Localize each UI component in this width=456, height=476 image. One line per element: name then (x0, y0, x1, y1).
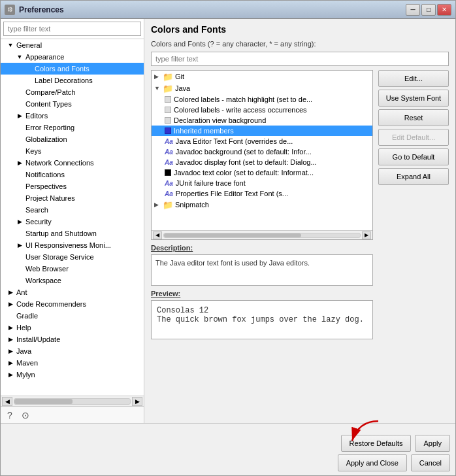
filter-input[interactable] (3, 22, 141, 36)
tree-label-label-deco: Label Decorations (33, 76, 93, 84)
reset-button[interactable]: Reset (378, 109, 449, 126)
font-tree-declaration-bg[interactable]: Declaration view background (152, 115, 372, 126)
font-hscroll-track (163, 233, 361, 238)
folder-java-icon: 📁 (163, 84, 172, 93)
font-tree-colored-write[interactable]: Colored labels - write access occurrence… (152, 105, 372, 115)
tree-item-general[interactable]: ▼ General (1, 39, 144, 51)
tree-item-error-reporting[interactable]: Error Reporting (1, 122, 144, 133)
help-icon[interactable]: ? (3, 409, 16, 422)
expand-all-button[interactable]: Expand All (378, 168, 449, 185)
right-content-area: ▶ 📁 Git ▼ 📁 Java (151, 70, 449, 418)
toggle-snipmatch-icon[interactable]: ▶ (154, 201, 162, 208)
tree-item-content-types[interactable]: Content Types (1, 98, 144, 110)
tree-item-editors[interactable]: ▶ Editors (1, 110, 144, 122)
tree-item-keys[interactable]: Keys (1, 145, 144, 157)
font-tree-colored-match[interactable]: Colored labels - match highlight (set to… (152, 94, 372, 105)
apply-close-button[interactable]: Apply and Close (338, 454, 407, 471)
font-scroll-right[interactable]: ▶ (362, 231, 371, 239)
toggle-install[interactable]: ▶ (6, 335, 15, 344)
font-tree-javadoc-bg[interactable]: Aa Javadoc background (set to default: I… (152, 146, 372, 157)
toggle-mylyn[interactable]: ▶ (6, 370, 15, 379)
font-tree-git[interactable]: ▶ 📁 Git (152, 71, 372, 82)
tree-item-maven[interactable]: ▶ Maven (1, 357, 144, 369)
tree-item-help[interactable]: ▶ Help (1, 322, 144, 333)
toggle-help[interactable]: ▶ (6, 323, 15, 332)
tree-item-ui-responsiveness[interactable]: ▶ UI Responsiveness Moni... (1, 239, 144, 251)
scroll-right-btn[interactable]: ▶ (132, 397, 142, 406)
tree-item-search[interactable]: Search (1, 204, 144, 216)
tree-item-workspace[interactable]: Workspace (1, 275, 144, 286)
preferences-icon[interactable]: ⊙ (19, 409, 32, 422)
font-tree-inherited[interactable]: Inherited members (152, 126, 372, 136)
cancel-button[interactable]: Cancel (411, 454, 450, 471)
toggle-general[interactable]: ▼ (6, 41, 15, 50)
scroll-left-btn[interactable]: ◀ (2, 397, 12, 406)
tree-item-notifications[interactable]: Notifications (1, 169, 144, 180)
tree-item-user-storage[interactable]: User Storage Service (1, 251, 144, 263)
toggle-editors[interactable]: ▶ (15, 111, 24, 120)
toggle-git-icon[interactable]: ▶ (154, 73, 162, 80)
left-panel-bottom: ? ⊙ (1, 406, 144, 423)
tree-item-startup[interactable]: Startup and Shutdown (1, 228, 144, 239)
tree-item-ant[interactable]: ▶ Ant (1, 286, 144, 298)
font-tree-junit-failure[interactable]: Aa JUnit failure trace font (152, 178, 372, 188)
minimize-button[interactable]: ─ (406, 4, 420, 16)
toggle-project (15, 194, 24, 203)
right-filter-input[interactable] (151, 52, 449, 66)
tree-label-content: Content Types (24, 100, 72, 108)
tree-label-ant: Ant (15, 288, 27, 296)
toggle-network[interactable]: ▶ (15, 158, 24, 167)
preview-line1: Consolas 12 (157, 306, 367, 315)
tree-label-maven: Maven (15, 359, 38, 367)
toggle-error (15, 123, 24, 132)
font-tree[interactable]: ▶ 📁 Git ▼ 📁 Java (152, 71, 372, 230)
tree-item-gradle[interactable]: Gradle (1, 310, 144, 322)
tree-item-network[interactable]: ▶ Network Connections (1, 157, 144, 169)
tree-item-code-recommenders[interactable]: ▶ Code Recommenders (1, 298, 144, 310)
preview-line2: The quick brown fox jumps over the lazy … (157, 315, 367, 324)
tree-label-network: Network Connections (24, 159, 94, 167)
font-tree-java-editor-font[interactable]: Aa Java Editor Text Font (overrides de..… (152, 136, 372, 146)
font-tree-snipmatch[interactable]: ▶ 📁 Snipmatch (152, 199, 372, 211)
tree-item-java[interactable]: ▶ Java (1, 345, 144, 357)
title-bar: ⚙ Preferences ─ □ ✕ (1, 1, 455, 19)
close-button[interactable]: ✕ (437, 4, 451, 16)
maximize-button[interactable]: □ (421, 4, 436, 16)
edit-button[interactable]: Edit... (378, 70, 449, 87)
tree-label-project: Project Natures (24, 194, 75, 202)
toggle-java[interactable]: ▶ (6, 347, 15, 356)
tree-item-security[interactable]: ▶ Security (1, 216, 144, 228)
toggle-code[interactable]: ▶ (6, 299, 15, 309)
toggle-maven[interactable]: ▶ (6, 358, 15, 367)
toggle-ant[interactable]: ▶ (6, 288, 15, 297)
font-tree-java[interactable]: ▼ 📁 Java (152, 82, 372, 94)
toggle-java-ft-icon[interactable]: ▼ (154, 85, 162, 92)
toggle-compare (15, 88, 24, 97)
tree-item-compare-patch[interactable]: Compare/Patch (1, 86, 144, 98)
tree-item-globalization[interactable]: Globalization (1, 133, 144, 145)
tree-item-mylyn[interactable]: ▶ Mylyn (1, 369, 144, 381)
font-tree-javadoc-display[interactable]: Aa Javadoc display font (set to default:… (152, 157, 372, 167)
font-tree-java-label: Java (175, 84, 190, 92)
tree-item-appearance[interactable]: ▼ Appearance (1, 51, 144, 63)
toggle-colors-fonts (24, 64, 33, 73)
font-hscroll-thumb (164, 233, 301, 237)
toggle-ui[interactable]: ▶ (15, 241, 24, 250)
tree-item-perspectives[interactable]: Perspectives (1, 180, 144, 192)
go-to-default-button[interactable]: Go to Default (378, 148, 449, 165)
font-tree-properties-font[interactable]: Aa Properties File Editor Text Font (s..… (152, 188, 372, 199)
use-system-font-button[interactable]: Use System Font (378, 90, 449, 107)
bottom-row-2: Apply and Close Cancel (6, 454, 450, 471)
tree-item-web-browser[interactable]: Web Browser (1, 263, 144, 275)
tree-item-colors-fonts[interactable]: Colors and Fonts (1, 63, 144, 75)
edit-default-button[interactable]: Edit Default... (378, 129, 449, 146)
apply-button[interactable]: Apply (415, 435, 450, 452)
toggle-security[interactable]: ▶ (15, 217, 24, 226)
font-tree-javadoc-text-color[interactable]: Javadoc text color (set to default: Info… (152, 167, 372, 178)
tree-item-label-decorations[interactable]: Label Decorations (1, 75, 144, 86)
toggle-appearance[interactable]: ▼ (15, 52, 24, 61)
tree-item-install[interactable]: ▶ Install/Update (1, 333, 144, 345)
swatch-colored-write (165, 107, 171, 113)
tree-item-project-natures[interactable]: Project Natures (1, 192, 144, 204)
font-scroll-left[interactable]: ◀ (153, 231, 162, 239)
